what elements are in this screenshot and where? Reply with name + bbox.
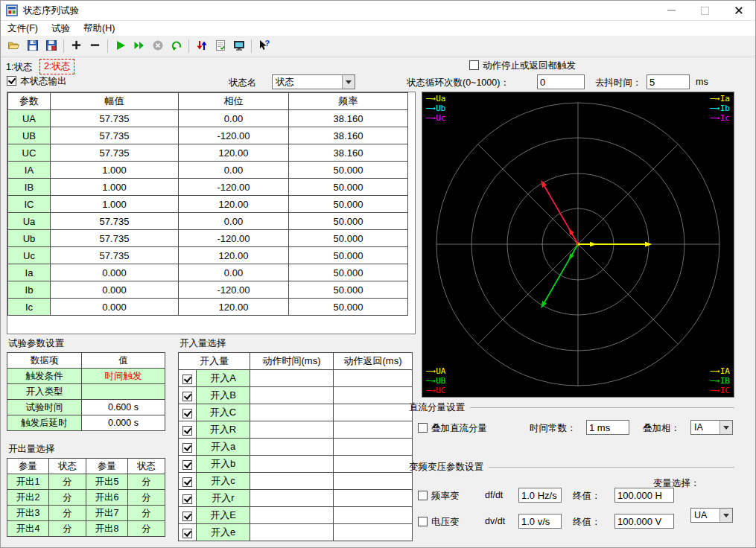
action-return-cell[interactable] bbox=[334, 439, 413, 456]
action-time-cell[interactable] bbox=[250, 490, 334, 507]
action-return-cell[interactable] bbox=[334, 473, 413, 490]
frequency-cell[interactable]: 50.000 bbox=[289, 213, 408, 230]
input-enable-checkbox[interactable] bbox=[182, 375, 192, 384]
action-time-cell[interactable] bbox=[250, 421, 334, 439]
phase-cell[interactable]: 120.00 bbox=[179, 299, 289, 316]
output-state-cell[interactable]: 分 bbox=[128, 490, 165, 506]
output-state-cell[interactable]: 分 bbox=[49, 521, 86, 537]
test-param-value-cell[interactable]: 0.000 s bbox=[82, 415, 165, 431]
action-time-cell[interactable] bbox=[250, 439, 334, 456]
phase-cell[interactable]: 0.00 bbox=[179, 264, 289, 281]
action-return-cell[interactable] bbox=[334, 387, 413, 404]
amplitude-cell[interactable]: 1.000 bbox=[51, 196, 179, 213]
open-button[interactable] bbox=[4, 37, 23, 55]
save-button[interactable] bbox=[23, 37, 42, 55]
phase-cell[interactable]: 0.00 bbox=[179, 110, 289, 127]
frequency-cell[interactable]: 50.000 bbox=[289, 162, 408, 179]
menu-item[interactable]: 帮助(H) bbox=[77, 21, 121, 36]
chevron-down-icon[interactable] bbox=[720, 421, 732, 434]
frequency-cell[interactable]: 50.000 bbox=[289, 179, 408, 196]
amplitude-cell[interactable]: 0.000 bbox=[51, 281, 179, 299]
tab-state-2[interactable]: 2:状态 bbox=[39, 59, 74, 74]
output-state-cell[interactable]: 分 bbox=[128, 506, 165, 521]
input-enable-checkbox[interactable] bbox=[182, 409, 192, 418]
action-return-cell[interactable] bbox=[334, 490, 413, 507]
amplitude-cell[interactable]: 57.735 bbox=[51, 144, 179, 162]
state-name-combobox[interactable]: 状态 bbox=[272, 74, 355, 89]
frequency-cell[interactable]: 38.160 bbox=[289, 144, 408, 162]
display-button[interactable] bbox=[229, 37, 248, 55]
input-enable-checkbox[interactable] bbox=[182, 426, 192, 436]
test-param-value-cell[interactable]: 0.600 s bbox=[82, 400, 165, 415]
action-return-cell[interactable] bbox=[334, 421, 413, 439]
frequency-cell[interactable]: 50.000 bbox=[289, 281, 408, 299]
action-return-cell[interactable] bbox=[334, 507, 413, 524]
run-button[interactable] bbox=[111, 37, 130, 55]
phase-cell[interactable]: -120.00 bbox=[179, 281, 289, 299]
frequency-cell[interactable]: 50.000 bbox=[289, 230, 408, 247]
output-state-cell[interactable]: 分 bbox=[49, 474, 86, 490]
run-continuous-button[interactable] bbox=[130, 37, 148, 55]
output-state-cell[interactable]: 分 bbox=[49, 490, 86, 506]
amplitude-cell[interactable]: 1.000 bbox=[51, 179, 179, 196]
remove-state-button[interactable] bbox=[86, 37, 104, 55]
action-time-cell[interactable] bbox=[250, 473, 334, 490]
freq-final-input[interactable] bbox=[614, 488, 674, 503]
minimize-button[interactable] bbox=[655, 1, 688, 20]
debounce-input[interactable] bbox=[647, 74, 690, 89]
dc-superimpose-checkbox[interactable] bbox=[418, 423, 428, 433]
input-enable-checkbox[interactable] bbox=[182, 494, 192, 504]
action-stop-return-checkbox[interactable] bbox=[469, 60, 479, 70]
action-time-cell[interactable] bbox=[250, 370, 334, 387]
frequency-cell[interactable]: 50.000 bbox=[289, 196, 408, 213]
action-return-cell[interactable] bbox=[334, 370, 413, 387]
chevron-down-icon[interactable] bbox=[720, 509, 732, 522]
maximize-button[interactable] bbox=[688, 1, 722, 20]
undo-button[interactable] bbox=[167, 37, 185, 55]
phase-cell[interactable]: 0.00 bbox=[179, 162, 289, 179]
input-enable-checkbox[interactable] bbox=[182, 477, 192, 487]
action-time-cell[interactable] bbox=[250, 524, 334, 541]
amplitude-cell[interactable]: 1.000 bbox=[51, 162, 179, 179]
action-return-cell[interactable] bbox=[334, 404, 413, 421]
phase-cell[interactable]: 120.00 bbox=[179, 144, 289, 162]
input-enable-checkbox[interactable] bbox=[182, 443, 192, 453]
stop-button[interactable] bbox=[148, 37, 167, 55]
action-time-cell[interactable] bbox=[250, 404, 334, 421]
phase-cell[interactable]: -120.00 bbox=[179, 179, 289, 196]
phase-cell[interactable]: -120.00 bbox=[179, 230, 289, 247]
amplitude-cell[interactable]: 57.735 bbox=[51, 213, 179, 230]
time-constant-input[interactable] bbox=[586, 420, 629, 435]
amplitude-cell[interactable]: 57.735 bbox=[51, 247, 179, 264]
volt-final-input[interactable] bbox=[614, 514, 674, 529]
help-button[interactable]: ? bbox=[255, 37, 273, 55]
frequency-cell[interactable]: 50.000 bbox=[289, 264, 408, 281]
variable-select-combobox[interactable]: UA bbox=[690, 508, 733, 523]
save-report-button[interactable] bbox=[42, 37, 60, 55]
input-enable-checkbox[interactable] bbox=[182, 392, 192, 401]
output-state-cell[interactable]: 分 bbox=[128, 521, 165, 537]
input-enable-checkbox[interactable] bbox=[182, 460, 192, 470]
test-param-value-cell[interactable]: 时间触发 bbox=[82, 369, 165, 384]
volt-change-checkbox[interactable] bbox=[418, 517, 428, 526]
phase-cell[interactable]: 120.00 bbox=[179, 247, 289, 264]
output-state-cell[interactable]: 分 bbox=[49, 506, 86, 521]
chevron-down-icon[interactable] bbox=[342, 75, 355, 89]
menu-item[interactable]: 试验 bbox=[45, 21, 77, 36]
amplitude-cell[interactable]: 57.735 bbox=[51, 230, 179, 247]
menu-item[interactable]: 文件(F) bbox=[1, 21, 45, 36]
amplitude-cell[interactable]: 0.000 bbox=[51, 299, 179, 316]
amplitude-cell[interactable]: 0.000 bbox=[51, 264, 179, 281]
tab-state-1[interactable]: 1:状态 bbox=[6, 61, 32, 74]
amplitude-cell[interactable]: 57.735 bbox=[51, 127, 179, 144]
action-time-cell[interactable] bbox=[250, 387, 334, 404]
phase-cell[interactable]: -120.00 bbox=[179, 127, 289, 144]
report-button[interactable] bbox=[211, 37, 229, 55]
phase-cell[interactable]: 120.00 bbox=[179, 196, 289, 213]
close-button[interactable] bbox=[722, 1, 755, 20]
action-return-cell[interactable] bbox=[334, 524, 413, 541]
freq-change-checkbox[interactable] bbox=[418, 491, 428, 500]
superimpose-phase-combobox[interactable]: IA bbox=[690, 420, 733, 435]
frequency-cell[interactable]: 50.000 bbox=[289, 247, 408, 264]
loop-count-input[interactable] bbox=[537, 74, 585, 89]
